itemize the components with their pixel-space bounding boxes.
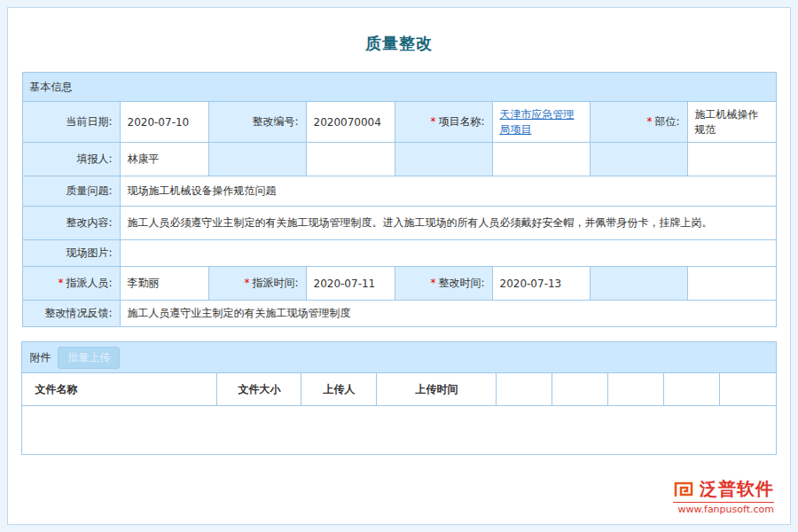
empty-label-cell bbox=[590, 143, 687, 176]
assignee-label-text: 指派人员: bbox=[66, 277, 112, 289]
row-date-number-project-part: 当前日期: 2020-07-10 整改编号: 2020070004 *项目名称:… bbox=[22, 102, 776, 143]
required-marker: * bbox=[430, 115, 435, 128]
assignee-value: 李勤丽 bbox=[120, 267, 208, 301]
row-rect-content: 整改内容: 施工人员必须遵守业主制定的有关施工现场管理制度。进入施工现场的所有人… bbox=[22, 207, 776, 240]
assignee-label: *指派人员: bbox=[22, 267, 120, 301]
required-marker: * bbox=[646, 115, 652, 128]
reporter-label: 填报人: bbox=[22, 143, 120, 176]
part-label-text: 部位: bbox=[654, 115, 679, 128]
assign-time-label: *指派时间: bbox=[208, 267, 306, 301]
feedback-value: 施工人员遵守业主制定的有关施工现场管理制度 bbox=[120, 301, 776, 327]
site-photo-label-text: 现场图片: bbox=[66, 246, 112, 259]
project-name-link[interactable]: 天津市应急管理局项目 bbox=[500, 108, 575, 136]
rect-time-value: 2020-07-13 bbox=[492, 267, 590, 301]
part-label: *部位: bbox=[590, 102, 687, 143]
row-quality-issue: 质量问题: 现场施工机械设备操作规范问题 bbox=[22, 176, 776, 207]
column-file-name: 文件名称 bbox=[22, 373, 217, 406]
column-empty bbox=[552, 373, 608, 406]
part-value-text: 施工机械操作规范 bbox=[695, 108, 759, 136]
assign-time-value: 2020-07-11 bbox=[306, 267, 395, 301]
current-date-label: 当前日期: bbox=[22, 102, 120, 143]
attachments-empty-area bbox=[22, 406, 776, 455]
rect-number-label-text: 整改编号: bbox=[252, 115, 298, 128]
feedback-label: 整改情况反馈: bbox=[22, 301, 120, 327]
site-photo-value bbox=[120, 240, 776, 267]
brand-name: 泛普软件 bbox=[700, 477, 774, 501]
assign-time-label-text: 指派时间: bbox=[252, 277, 298, 289]
rect-number-value: 2020070004 bbox=[306, 102, 395, 143]
rect-content-label-text: 整改内容: bbox=[66, 216, 112, 229]
rect-time-value-text: 2020-07-13 bbox=[500, 278, 562, 290]
page-title: 质量整改 bbox=[8, 8, 790, 54]
column-empty bbox=[664, 373, 720, 406]
rect-content-value-text: 施工人员必须遵守业主制定的有关施工现场管理制度。进入施工现场的所有人员必须戴好安… bbox=[128, 216, 713, 229]
batch-upload-button[interactable]: 批量上传 bbox=[58, 347, 120, 369]
project-name-label-text: 项目名称: bbox=[438, 115, 484, 128]
rect-time-label-text: 整改时间: bbox=[438, 277, 484, 289]
rect-number-value-text: 2020070004 bbox=[314, 116, 381, 129]
row-site-photo: 现场图片: bbox=[22, 240, 776, 267]
attachments-empty-row bbox=[22, 406, 776, 455]
quality-issue-label-text: 质量问题: bbox=[66, 184, 112, 197]
reporter-value-text: 林康平 bbox=[128, 153, 160, 165]
column-empty bbox=[497, 373, 552, 406]
column-empty bbox=[720, 373, 776, 406]
required-marker: * bbox=[430, 277, 435, 289]
assign-time-value-text: 2020-07-11 bbox=[314, 278, 376, 290]
row-feedback: 整改情况反馈: 施工人员遵守业主制定的有关施工现场管理制度 bbox=[22, 301, 776, 327]
reporter-label-text: 填报人: bbox=[76, 153, 112, 165]
project-name-label: *项目名称: bbox=[395, 102, 492, 143]
basic-info-table: 基本信息 当前日期: 2020-07-10 整改编号: 2020070004 *… bbox=[22, 72, 777, 327]
attachments-header-row: 文件名称 文件大小 上传人 上传时间 bbox=[22, 373, 776, 406]
vendor-logo: 泛普软件 www.fanpusoft.com bbox=[673, 477, 774, 515]
quality-issue-value-text: 现场施工机械设备操作规范问题 bbox=[128, 184, 277, 197]
rect-time-label: *整改时间: bbox=[395, 267, 492, 301]
feedback-value-text: 施工人员遵守业主制定的有关施工现场管理制度 bbox=[128, 307, 351, 319]
quality-issue-value: 现场施工机械设备操作规范问题 bbox=[120, 176, 776, 207]
feedback-label-text: 整改情况反馈: bbox=[44, 307, 112, 319]
current-date-value-text: 2020-07-10 bbox=[128, 116, 190, 129]
site-photo-label: 现场图片: bbox=[22, 240, 120, 267]
part-value: 施工机械操作规范 bbox=[687, 102, 776, 143]
empty-value-cell bbox=[492, 143, 590, 176]
basic-info-section-title: 基本信息 bbox=[22, 73, 776, 102]
rect-content-label: 整改内容: bbox=[22, 207, 120, 240]
empty-label-cell bbox=[208, 143, 306, 176]
column-upload-time: 上传时间 bbox=[377, 373, 497, 406]
empty-value-cell bbox=[306, 143, 395, 176]
quality-issue-label: 质量问题: bbox=[22, 176, 120, 207]
rect-content-value: 施工人员必须遵守业主制定的有关施工现场管理制度。进入施工现场的所有人员必须戴好安… bbox=[120, 207, 776, 240]
brand-url-link[interactable]: www.fanpusoft.com bbox=[673, 502, 774, 515]
rect-number-label: 整改编号: bbox=[208, 102, 306, 143]
row-reporter: 填报人: 林康平 bbox=[22, 143, 776, 176]
project-name-cell: 天津市应急管理局项目 bbox=[492, 102, 590, 143]
reporter-value: 林康平 bbox=[120, 143, 208, 176]
attachments-table: 附件 批量上传 文件名称 文件大小 上传人 上传时间 bbox=[21, 341, 776, 455]
required-marker: * bbox=[58, 277, 63, 289]
section-header-row: 基本信息 bbox=[22, 73, 776, 102]
attachments-bar: 附件 批量上传 bbox=[22, 342, 776, 373]
brand-line: 泛普软件 bbox=[673, 477, 774, 501]
column-file-size: 文件大小 bbox=[217, 373, 301, 406]
attachments-section-title: 附件 bbox=[29, 350, 51, 365]
empty-label-cell bbox=[590, 267, 687, 301]
current-date-label-text: 当前日期: bbox=[66, 115, 112, 128]
required-marker: * bbox=[244, 277, 249, 289]
column-empty bbox=[608, 373, 664, 406]
current-date-value: 2020-07-10 bbox=[120, 102, 208, 143]
assignee-value-text: 李勤丽 bbox=[128, 277, 160, 289]
row-assignment: *指派人员: 李勤丽 *指派时间: 2020-07-11 *整改时间: 2020… bbox=[22, 267, 776, 301]
empty-value-cell bbox=[687, 143, 776, 176]
main-panel: 质量整改 基本信息 当前日期: 2020-07-10 整改编号: 2020070… bbox=[7, 7, 791, 525]
empty-value-cell bbox=[687, 267, 776, 301]
attachments-bar-inner: 附件 批量上传 bbox=[29, 347, 768, 369]
attachments-bar-row: 附件 批量上传 bbox=[22, 342, 776, 373]
fanpu-logo-icon bbox=[673, 479, 696, 500]
column-uploader: 上传人 bbox=[301, 373, 377, 406]
empty-label-cell bbox=[395, 143, 492, 176]
